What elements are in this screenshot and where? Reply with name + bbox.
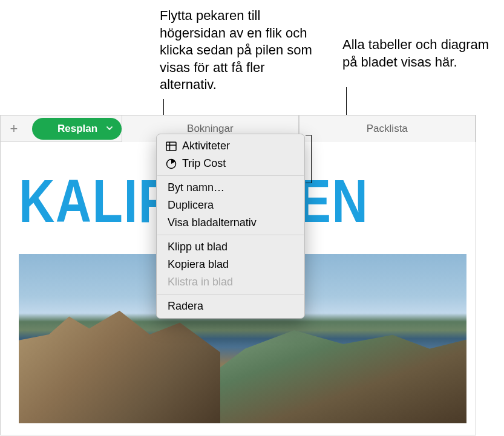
menu-separator (157, 294, 304, 294)
tab-label: Resplan (57, 123, 97, 135)
tab-label: Packlista (367, 123, 408, 135)
menu-item-show-options[interactable]: Visa bladalternativ (157, 214, 304, 232)
menu-item-label: Trip Cost (182, 157, 226, 170)
menu-item-copy[interactable]: Kopiera blad (157, 256, 304, 273)
tab-resplan[interactable]: Resplan (32, 118, 122, 140)
menu-item-label: Visa bladalternativ (168, 216, 257, 229)
menu-item-label: Duplicera (168, 199, 214, 212)
pie-chart-icon (165, 158, 177, 170)
menu-item-label: Kopiera blad (168, 258, 229, 271)
svg-rect-0 (166, 142, 176, 151)
table-icon (165, 140, 177, 152)
add-sheet-button[interactable]: + (1, 116, 27, 142)
menu-item-label: Byt namn… (168, 181, 224, 194)
menu-item-cut[interactable]: Klipp ut blad (157, 238, 304, 256)
menu-item-duplicate[interactable]: Duplicera (157, 197, 304, 214)
chevron-down-icon[interactable] (106, 124, 113, 134)
tab-label: Bokningar (187, 123, 234, 135)
menu-item-label: Radera (168, 300, 203, 313)
menu-item-activities[interactable]: Aktiviteter (157, 137, 304, 155)
menu-item-rename[interactable]: Byt namn… (157, 179, 304, 197)
menu-separator (157, 175, 304, 176)
menu-item-paste: Klistra in blad (157, 273, 304, 291)
tab-packlista[interactable]: Packlista (299, 116, 476, 142)
sheet-context-menu: Aktiviteter Trip Cost Byt namn… Duplicer… (156, 134, 305, 319)
callout-left: Flytta pekaren till högersidan av en fli… (160, 7, 323, 94)
menu-item-label: Klistra in blad (168, 276, 233, 288)
menu-separator (157, 235, 304, 235)
menu-item-delete[interactable]: Radera (157, 298, 304, 315)
menu-item-trip-cost[interactable]: Trip Cost (157, 155, 304, 172)
menu-item-label: Aktiviteter (182, 140, 230, 152)
callout-bracket (306, 135, 312, 183)
callout-right: Alla tabeller och diagram på bladet visa… (342, 36, 500, 71)
menu-item-label: Klipp ut blad (168, 241, 227, 253)
plus-icon: + (10, 121, 18, 137)
